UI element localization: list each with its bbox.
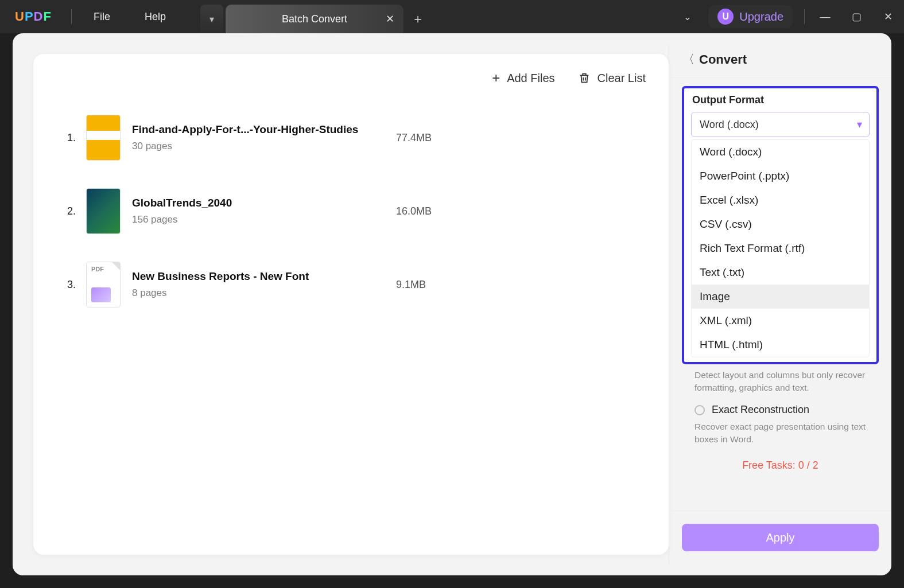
panel-title: Convert	[699, 52, 747, 67]
back-icon[interactable]: 〈	[683, 52, 695, 67]
row-number: 2.	[53, 205, 78, 217]
separator	[804, 9, 805, 24]
app-logo: UPDF	[0, 9, 67, 24]
minimize-icon: —	[820, 11, 831, 23]
format-option[interactable]: Text (.txt)	[692, 260, 869, 285]
tab-strip: ▾ Batch Convert ✕ ＋	[200, 0, 432, 33]
file-pages: 30 pages	[132, 141, 396, 152]
workspace: + Add Files Clear List 1. Find-and-Apply…	[13, 33, 891, 575]
format-option[interactable]: HTML (.html)	[692, 333, 869, 357]
file-pages: 8 pages	[132, 287, 396, 299]
chevron-down-icon: ▾	[857, 118, 862, 131]
file-name: New Business Reports - New Font	[132, 270, 396, 283]
tab-history-dropdown[interactable]: ▾	[200, 5, 223, 33]
file-size: 77.4MB	[396, 132, 432, 144]
panel-footer: Apply	[669, 511, 891, 564]
selected-format: Word (.docx)	[700, 119, 759, 131]
menu-help[interactable]: Help	[127, 0, 183, 33]
window-close-button[interactable]: ✕	[872, 0, 904, 33]
file-thumbnail	[86, 188, 121, 234]
tab-label: Batch Convert	[282, 13, 347, 25]
output-format-label: Output Format	[688, 94, 873, 112]
format-option[interactable]: Excel (.xlsx)	[692, 188, 869, 212]
card-toolbar: + Add Files Clear List	[33, 54, 669, 95]
add-files-button[interactable]: + Add Files	[492, 70, 554, 86]
convert-panel: 〈 Convert Output Format Word (.docx) ▾ W…	[669, 45, 891, 564]
row-number: 3.	[53, 279, 78, 291]
clear-list-button[interactable]: Clear List	[578, 72, 646, 85]
format-option[interactable]: XML (.xml)	[692, 309, 869, 333]
apply-button[interactable]: Apply	[682, 524, 879, 551]
row-number: 1.	[53, 132, 78, 144]
free-tasks-counter: Free Tasks: 0 / 2	[695, 460, 866, 472]
upgrade-button[interactable]: U Upgrade	[708, 5, 793, 28]
file-row[interactable]: 2. GlobalTrends_2040 156 pages 16.0MB	[53, 174, 649, 248]
layout-help-text: Detect layout and columns but only recov…	[695, 369, 866, 394]
radio-icon	[695, 405, 705, 415]
format-option[interactable]: CSV (.csv)	[692, 212, 869, 236]
exact-help-text: Recover exact page presentation using te…	[695, 420, 866, 445]
file-row[interactable]: 3. New Business Reports - New Font 8 pag…	[53, 248, 649, 321]
exact-reconstruction-option[interactable]: Exact Reconstruction	[695, 404, 866, 416]
file-size: 16.0MB	[396, 205, 432, 217]
maximize-icon: ▢	[852, 10, 862, 23]
recent-dropdown[interactable]: ⌄	[673, 11, 701, 22]
output-format-dropdown: Word (.docx)PowerPoint (.pptx)Excel (.xl…	[691, 139, 870, 357]
close-icon: ✕	[884, 10, 893, 23]
exact-reconstruction-label: Exact Reconstruction	[712, 404, 809, 416]
format-option[interactable]: PowerPoint (.pptx)	[692, 164, 869, 188]
file-thumbnail	[86, 115, 121, 161]
user-badge-icon: U	[717, 9, 734, 25]
file-row[interactable]: 1. Find-and-Apply-For-t...-Your-Higher-S…	[53, 101, 649, 174]
output-format-section: Output Format Word (.docx) ▾ Word (.docx…	[682, 86, 879, 364]
plus-icon: ＋	[412, 10, 424, 28]
file-thumbnail	[86, 262, 121, 307]
chevron-down-icon: ▾	[209, 14, 214, 25]
titlebar: UPDF File Help ▾ Batch Convert ✕ ＋ ⌄ U U…	[0, 0, 904, 33]
format-option[interactable]: Word (.docx)	[692, 140, 869, 164]
file-list-card: + Add Files Clear List 1. Find-and-Apply…	[33, 54, 669, 555]
new-tab-button[interactable]: ＋	[403, 5, 432, 33]
file-pages: 156 pages	[132, 214, 396, 225]
menu-file[interactable]: File	[76, 0, 127, 33]
trash-icon	[578, 72, 591, 84]
window-maximize-button[interactable]: ▢	[841, 0, 872, 33]
format-option[interactable]: Rich Text Format (.rtf)	[692, 236, 869, 260]
file-size: 9.1MB	[396, 279, 426, 291]
separator	[71, 9, 72, 24]
file-list: 1. Find-and-Apply-For-t...-Your-Higher-S…	[33, 95, 669, 327]
output-format-select[interactable]: Word (.docx) ▾	[691, 112, 870, 137]
upgrade-label: Upgrade	[739, 10, 783, 24]
panel-header: 〈 Convert	[669, 45, 891, 78]
close-icon[interactable]: ✕	[386, 13, 394, 25]
plus-icon: +	[492, 70, 500, 86]
add-files-label: Add Files	[507, 72, 554, 85]
clear-list-label: Clear List	[598, 72, 646, 85]
file-name: Find-and-Apply-For-t...-Your-Higher-Stud…	[132, 123, 396, 136]
window-minimize-button[interactable]: —	[809, 0, 841, 33]
file-name: GlobalTrends_2040	[132, 197, 396, 209]
format-option[interactable]: Image	[692, 285, 869, 309]
chevron-down-icon: ⌄	[684, 12, 691, 22]
tab-batch-convert[interactable]: Batch Convert ✕	[226, 5, 403, 33]
